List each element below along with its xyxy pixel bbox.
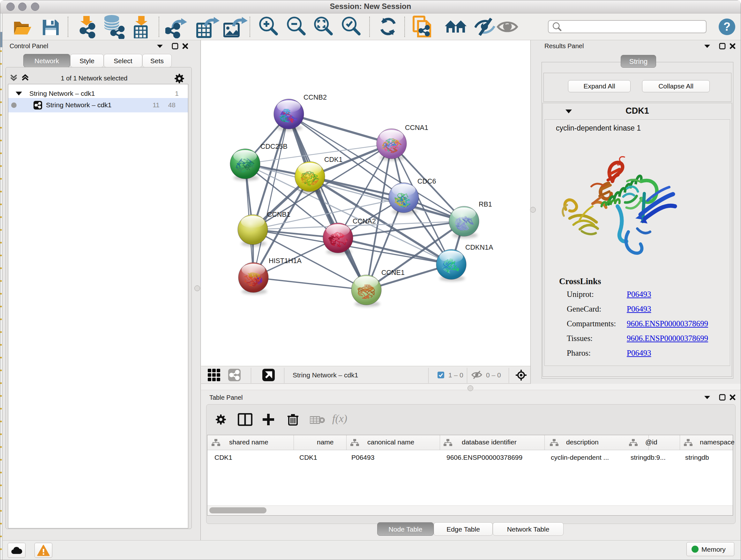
svg-text:CDC6: CDC6 (417, 178, 436, 185)
svg-text:RB1: RB1 (479, 200, 492, 208)
svg-text:CCNE1: CCNE1 (381, 269, 405, 276)
svg-text:CCNB1: CCNB1 (267, 211, 290, 219)
svg-text:CDKN1A: CDKN1A (465, 244, 493, 251)
svg-text:CCNA2: CCNA2 (353, 217, 376, 225)
svg-text:CCNA1: CCNA1 (405, 124, 428, 132)
svg-text:CDC25B: CDC25B (260, 143, 287, 150)
svg-text:CDK1: CDK1 (324, 156, 342, 164)
svg-text:CCNB2: CCNB2 (304, 94, 327, 101)
svg-text:HIST1H1A: HIST1H1A (269, 257, 301, 265)
